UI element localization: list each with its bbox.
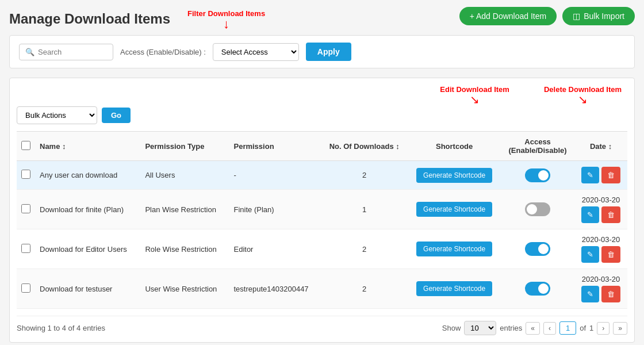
prev-page-button[interactable]: ‹ xyxy=(543,322,556,335)
table-row: Any user can download All Users - 2 Gene… xyxy=(17,161,627,190)
search-input[interactable] xyxy=(38,48,107,56)
cell-downloads: 1 xyxy=(321,190,408,229)
showing-entries: Showing 1 to 4 of 4 entries xyxy=(17,324,105,332)
bulk-import-button[interactable]: ◫ Bulk Import xyxy=(562,7,635,25)
search-icon: 🔍 xyxy=(25,48,34,56)
edit-button[interactable]: ✎ xyxy=(581,206,599,223)
col-permission-type: Permission Type xyxy=(140,132,229,161)
cell-name: Download for finite (Plan) xyxy=(35,190,140,229)
toggle-slider xyxy=(525,242,550,256)
bulk-actions-select[interactable]: Bulk Actions Delete xyxy=(17,106,97,124)
apply-button[interactable]: Apply xyxy=(306,43,351,61)
cell-shortcode: Generate Shortcode xyxy=(408,269,501,309)
show-label: Show xyxy=(442,324,461,332)
cell-shortcode: Generate Shortcode xyxy=(408,161,501,190)
table-row: Download for finite (Plan) Plan Wise Res… xyxy=(17,190,627,229)
per-page-select[interactable]: 10 25 50 100 xyxy=(464,321,496,335)
cell-downloads: 2 xyxy=(321,269,408,309)
toggle-slider xyxy=(525,202,550,216)
access-select[interactable]: Select Access Enable Disable xyxy=(213,43,299,61)
search-input-wrap: 🔍 xyxy=(19,44,113,60)
cell-permission: Finite (Plan) xyxy=(229,190,321,229)
bulk-import-icon: ◫ xyxy=(573,12,580,21)
col-access: Access(Enable/Disable) xyxy=(501,132,574,161)
cell-name: Download for Editor Users xyxy=(35,229,140,269)
first-page-button[interactable]: « xyxy=(526,322,540,335)
cell-downloads: 2 xyxy=(321,229,408,269)
cell-permission-type: User Wise Restriction xyxy=(140,269,229,309)
cell-permission-type: Plan Wise Restriction xyxy=(140,190,229,229)
row-checkbox[interactable] xyxy=(21,204,30,213)
table-area: Edit Download Item ↘ Delete Download Ite… xyxy=(9,78,635,343)
cell-access xyxy=(501,229,574,269)
delete-annotation: Delete Download Item xyxy=(544,85,622,94)
delete-button[interactable]: 🗑 xyxy=(601,246,620,263)
row-checkbox[interactable] xyxy=(21,283,30,293)
col-name: Name ↕ xyxy=(35,132,140,161)
access-toggle[interactable] xyxy=(525,202,550,216)
table-row: Download for testuser User Wise Restrict… xyxy=(17,269,627,309)
generate-shortcode-button[interactable]: Generate Shortcode xyxy=(416,168,492,183)
cell-permission: - xyxy=(229,161,321,190)
delete-button[interactable]: 🗑 xyxy=(601,286,620,302)
pagination: Show 10 25 50 100 entries « ‹ 1 of 1 › » xyxy=(442,321,627,335)
entries-label: entries xyxy=(500,324,522,332)
last-page-button[interactable]: » xyxy=(613,322,627,335)
row-checkbox[interactable] xyxy=(21,244,30,253)
cell-permission-type: All Users xyxy=(140,161,229,190)
cell-access xyxy=(501,161,574,190)
generate-shortcode-button[interactable]: Generate Shortcode xyxy=(416,281,492,296)
select-all-checkbox[interactable] xyxy=(21,141,30,150)
access-label: Access (Enable/Disable) : xyxy=(120,48,206,56)
edit-button[interactable]: ✎ xyxy=(581,246,599,263)
download-items-table: Name ↕ Permission Type Permission No. Of… xyxy=(17,131,627,309)
toggle-slider xyxy=(525,282,550,296)
cell-permission: Editor xyxy=(229,229,321,269)
access-toggle[interactable] xyxy=(525,168,550,182)
cell-name: Download for testuser xyxy=(35,269,140,309)
delete-button[interactable]: 🗑 xyxy=(601,167,620,183)
generate-shortcode-button[interactable]: Generate Shortcode xyxy=(416,241,492,256)
bulk-bar: Bulk Actions Delete Go xyxy=(17,106,627,124)
add-download-item-button[interactable]: + Add Download Item xyxy=(459,7,557,25)
cell-date: ✎ 🗑 xyxy=(574,161,627,190)
delete-button[interactable]: 🗑 xyxy=(601,206,620,223)
cell-shortcode: Generate Shortcode xyxy=(408,229,501,269)
toggle-slider xyxy=(525,168,550,182)
edit-button[interactable]: ✎ xyxy=(581,286,599,302)
col-permission: Permission xyxy=(229,132,321,161)
go-button[interactable]: Go xyxy=(102,108,131,123)
cell-permission: testrepute1403200447 xyxy=(229,269,321,309)
cell-date: 2020-03-20 ✎ 🗑 xyxy=(574,190,627,229)
generate-shortcode-button[interactable]: Generate Shortcode xyxy=(416,202,492,217)
access-toggle[interactable] xyxy=(525,242,550,256)
next-page-button[interactable]: › xyxy=(597,322,610,335)
total-pages: 1 xyxy=(589,324,593,332)
table-row: Download for Editor Users Role Wise Rest… xyxy=(17,229,627,269)
col-date: Date ↕ xyxy=(574,132,627,161)
cell-downloads: 2 xyxy=(321,161,408,190)
page-title: Manage Download Items xyxy=(9,11,170,27)
col-downloads: No. Of Downloads ↕ xyxy=(321,132,408,161)
access-toggle[interactable] xyxy=(525,282,550,296)
of-label: of xyxy=(580,324,586,332)
table-footer: Showing 1 to 4 of 4 entries Show 10 25 5… xyxy=(17,316,627,335)
col-shortcode: Shortcode xyxy=(408,132,501,161)
current-page: 1 xyxy=(559,321,576,335)
cell-permission-type: Role Wise Restriction xyxy=(140,229,229,269)
filter-annotation: Filter Download Items ↓ xyxy=(187,9,265,30)
edit-annotation: Edit Download Item xyxy=(440,85,509,94)
cell-name: Any user can download xyxy=(35,161,140,190)
cell-access xyxy=(501,190,574,229)
cell-access xyxy=(501,269,574,309)
row-checkbox[interactable] xyxy=(21,170,30,179)
edit-button[interactable]: ✎ xyxy=(581,167,599,183)
cell-date: 2020-03-20 ✎ 🗑 xyxy=(574,269,627,309)
filter-bar: 🔍 Access (Enable/Disable) : Select Acces… xyxy=(9,35,635,68)
cell-date: 2020-03-20 ✎ 🗑 xyxy=(574,229,627,269)
cell-shortcode: Generate Shortcode xyxy=(408,190,501,229)
